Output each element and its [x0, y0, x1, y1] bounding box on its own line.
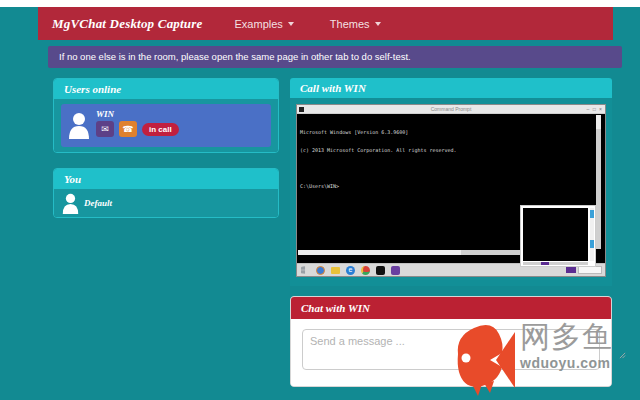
- terminal-line: (c) 2013 Microsoft Corporation. All righ…: [300, 147, 457, 153]
- firefox-icon[interactable]: [316, 266, 325, 275]
- nav-item-label: Examples: [235, 18, 283, 30]
- cmd-window-title: Command Prompt: [297, 106, 605, 112]
- terminal-line: [300, 165, 457, 171]
- remote-video-area: Command Prompt – □ × Microsoft Windows […: [290, 98, 612, 286]
- window-controls-icons: – □ ×: [587, 106, 604, 112]
- call-panel-header: Call with WIN: [290, 78, 612, 98]
- cmd-window-titlebar: Command Prompt – □ ×: [297, 105, 605, 114]
- chat-panel-header: Chat with WIN: [291, 297, 611, 319]
- scrollbar-thumb[interactable]: [298, 250, 461, 255]
- self-test-alert: If no one else is in the room, please op…: [48, 46, 622, 68]
- tray-clock-area[interactable]: [578, 266, 602, 274]
- local-preview-window[interactable]: [520, 205, 596, 267]
- you-panel: You Default: [53, 168, 279, 218]
- nav-item-themes[interactable]: Themes: [330, 18, 381, 30]
- preview-taskbar: [523, 262, 588, 265]
- phone-icon: ☎: [122, 124, 133, 134]
- users-online-header: Users online: [54, 79, 278, 99]
- navbar: MgVChat Desktop Capture Examples Themes: [38, 7, 613, 40]
- nav-item-label: Themes: [330, 18, 370, 30]
- user-avatar-icon: [68, 112, 90, 139]
- preview-scrollbar: [590, 208, 594, 261]
- terminal-line: C:\Users\WIN>: [300, 183, 457, 189]
- terminal-line: Microsoft Windows [Version 6.3.9600]: [300, 129, 457, 135]
- user-actions: ✉ ☎ in call: [96, 121, 179, 137]
- in-call-badge: in call: [142, 123, 179, 136]
- chat-panel-body: [291, 319, 611, 386]
- chat-panel: Chat with WIN: [290, 296, 612, 387]
- app-screen: MgVChat Desktop Capture Examples Themes …: [0, 0, 640, 400]
- self-name: Default: [84, 198, 112, 208]
- users-online-panel: Users online WIN ✉ ☎ in call: [53, 78, 279, 153]
- internet-explorer-icon[interactable]: e: [346, 266, 355, 275]
- scrollbar-thumb: [590, 210, 594, 218]
- call-button[interactable]: ☎: [119, 121, 137, 137]
- brand-title[interactable]: MgVChat Desktop Capture: [38, 16, 217, 32]
- self-avatar-icon: [62, 193, 79, 214]
- cmd-vertical-scrollbar[interactable]: [596, 115, 601, 249]
- envelope-icon: ✉: [101, 124, 109, 134]
- cmd-taskbar-icon[interactable]: [376, 266, 385, 275]
- folder-icon[interactable]: [331, 267, 340, 274]
- app-taskbar-icon[interactable]: [391, 266, 400, 275]
- user-row-win[interactable]: WIN ✉ ☎ in call: [61, 104, 271, 147]
- user-name: WIN: [96, 109, 114, 119]
- you-panel-body: Default: [54, 189, 278, 217]
- caret-down-icon: [288, 22, 294, 26]
- terminal-output: Microsoft Windows [Version 6.3.9600] (c)…: [300, 117, 457, 201]
- tray-app-icon[interactable]: [566, 267, 576, 273]
- you-panel-header: You: [54, 169, 278, 189]
- call-panel: Call with WIN Command Prompt – □ × Micro…: [290, 78, 612, 286]
- scrollbar-thumb: [590, 240, 594, 248]
- system-tray: [566, 266, 602, 274]
- remote-desktop-video[interactable]: Command Prompt – □ × Microsoft Windows […: [296, 104, 606, 277]
- chrome-icon[interactable]: [361, 266, 370, 275]
- send-message-button[interactable]: ✉: [96, 121, 114, 137]
- users-online-body: WIN ✉ ☎ in call: [54, 99, 278, 152]
- local-preview-screen: [523, 208, 588, 261]
- start-button-icon[interactable]: [301, 266, 310, 275]
- nav-item-examples[interactable]: Examples: [235, 18, 294, 30]
- message-input[interactable]: [302, 329, 600, 370]
- scrollbar-thumb[interactable]: [596, 115, 601, 129]
- preview-tray-icon: [541, 262, 549, 265]
- caret-down-icon: [375, 22, 381, 26]
